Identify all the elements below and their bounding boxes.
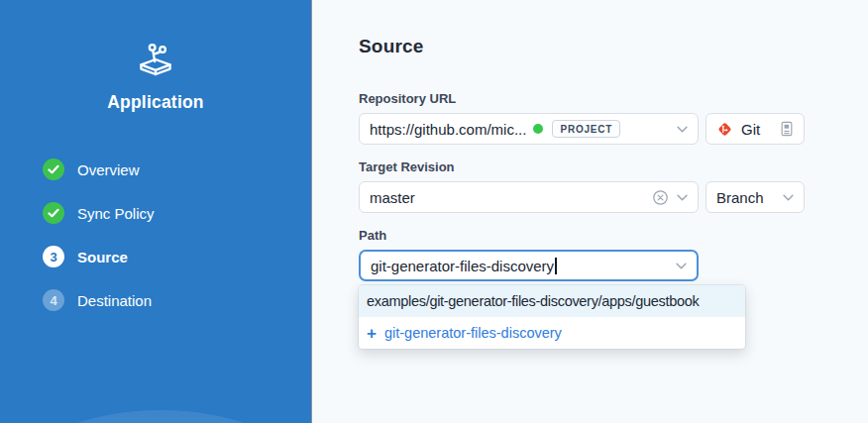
source-panel: Source Repository URL https://github.com… bbox=[313, 0, 868, 423]
repository-url-label: Repository URL bbox=[359, 91, 868, 107]
chevron-down-icon[interactable] bbox=[677, 194, 688, 201]
step-source[interactable]: 3 Source bbox=[0, 246, 311, 267]
repository-url-input[interactable]: https://github.com/mic... PROJECT bbox=[359, 113, 699, 145]
revision-type-value: Branch bbox=[716, 189, 764, 206]
path-suggestion-item[interactable]: examples/git-generator-files-discovery/a… bbox=[359, 285, 745, 317]
path-input[interactable]: git-generator-files-discovery bbox=[359, 250, 699, 281]
step-number-badge: 3 bbox=[43, 246, 64, 267]
target-revision-value: master bbox=[370, 189, 415, 206]
chevron-down-icon[interactable] bbox=[677, 126, 688, 133]
step-label: Sync Policy bbox=[77, 205, 155, 222]
decorative-circle bbox=[22, 410, 299, 423]
chevron-down-icon bbox=[783, 194, 794, 201]
page-title: Source bbox=[359, 35, 868, 57]
git-logo-icon bbox=[716, 121, 733, 138]
path-value: git-generator-files-discovery bbox=[371, 258, 554, 274]
path-create-label: git-generator-files-discovery bbox=[384, 325, 562, 341]
path-create-item[interactable]: + git-generator-files-discovery bbox=[359, 317, 745, 349]
check-icon bbox=[43, 159, 64, 180]
clear-icon[interactable] bbox=[652, 189, 669, 206]
sidebar-title: Application bbox=[0, 92, 311, 113]
path-group: Path git-generator-files-discovery examp… bbox=[359, 228, 868, 281]
step-label: Destination bbox=[77, 292, 152, 309]
repository-url-group: Repository URL https://github.com/mic...… bbox=[359, 91, 868, 145]
application-box-git-branch-icon bbox=[136, 40, 175, 79]
plus-icon: + bbox=[367, 325, 377, 342]
step-label: Overview bbox=[77, 161, 140, 178]
target-revision-input[interactable]: master bbox=[359, 181, 699, 213]
repo-type-select[interactable]: Git bbox=[705, 113, 805, 145]
document-form-icon bbox=[780, 121, 794, 137]
wizard-sidebar: Application Overview Sync Policy 3 Sourc… bbox=[0, 0, 312, 423]
target-revision-group: Target Revision master Branch bbox=[359, 159, 868, 213]
chevron-down-icon[interactable] bbox=[676, 263, 687, 269]
step-number-badge: 4 bbox=[43, 289, 64, 311]
wizard-steps: Overview Sync Policy 3 Source 4 Destinat… bbox=[0, 159, 311, 311]
step-label: Source bbox=[77, 249, 128, 265]
path-suggestion-label: examples/git-generator-files-discovery/a… bbox=[367, 293, 700, 309]
project-badge: PROJECT bbox=[552, 120, 620, 138]
path-autocomplete-dropdown: examples/git-generator-files-discovery/a… bbox=[359, 285, 745, 349]
repo-type-value: Git bbox=[741, 121, 760, 138]
text-cursor bbox=[555, 258, 557, 274]
step-sync-policy[interactable]: Sync Policy bbox=[0, 202, 311, 224]
repo-connected-dot-icon bbox=[533, 124, 543, 134]
check-icon bbox=[43, 202, 64, 224]
repository-url-value: https://github.com/mic... bbox=[370, 121, 526, 138]
target-revision-label: Target Revision bbox=[359, 159, 868, 175]
revision-type-select[interactable]: Branch bbox=[705, 181, 805, 213]
step-overview[interactable]: Overview bbox=[0, 159, 311, 180]
path-label: Path bbox=[359, 228, 868, 244]
step-destination[interactable]: 4 Destination bbox=[0, 289, 311, 311]
